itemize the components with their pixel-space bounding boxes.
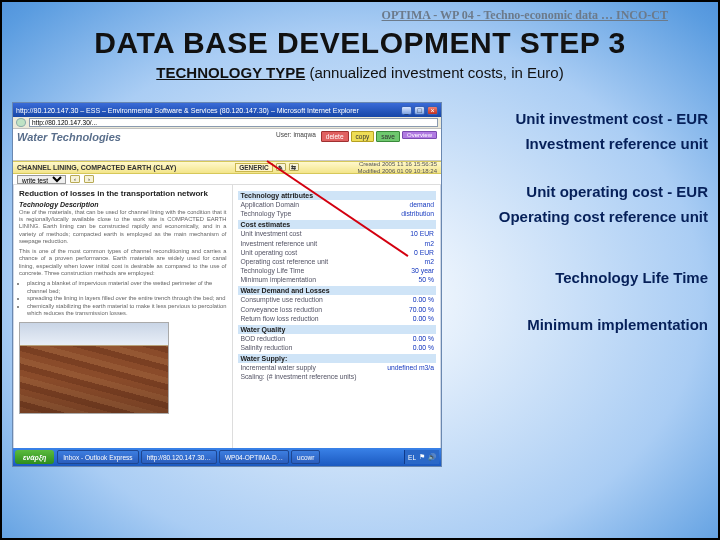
subtitle-label: TECHNOLOGY TYPE <box>156 64 305 81</box>
controls-row: write test ‹ › <box>13 174 441 185</box>
label-uic: Unit investment cost - EUR <box>463 110 708 127</box>
task-item-doc[interactable]: WP04-OPTIMA-D… <box>219 450 289 464</box>
h-ws: Water Supply: <box>238 354 436 363</box>
maximize-icon[interactable]: □ <box>414 106 425 115</box>
k-clr: Conveyance loss reduction <box>240 305 322 314</box>
label-iru: Investment reference unit <box>463 135 708 152</box>
k-iru: Investment reference unit <box>240 239 317 248</box>
v-uic: 10 EUR <box>410 229 434 238</box>
v-oru: m2 <box>425 257 434 266</box>
slide-subtitle: TECHNOLOGY TYPE (annualized investment c… <box>2 64 718 81</box>
label-min: Minimum implementation <box>463 316 708 333</box>
v-domain: demand <box>409 200 434 209</box>
close-icon[interactable]: × <box>427 106 438 115</box>
desc-p2: This is one of the most common types of … <box>19 248 226 277</box>
desc-li1: placing a blanket of impervious material… <box>27 280 226 295</box>
window-title: http://80.120.147.30 – ESS – Environment… <box>16 107 359 114</box>
k-sr: Salinity reduction <box>240 343 292 352</box>
v-clr: 70.00 % <box>409 305 434 314</box>
k-oru: Operating cost reference unit <box>240 257 328 266</box>
body-columns: Reduction of losses in the transportatio… <box>13 185 441 448</box>
k-iws: Incremental water supply <box>240 363 316 372</box>
k-min: Minimum implementation <box>240 275 316 284</box>
v-bod: 0.00 % <box>413 334 434 343</box>
h-wdl: Water Demand and Losses <box>238 286 436 295</box>
k-bod: BOD reduction <box>240 334 285 343</box>
v-life: 30 year <box>411 266 434 275</box>
task-item-outlook[interactable]: Inbox - Outlook Express <box>57 450 138 464</box>
tray-icon2[interactable]: 🔊 <box>428 453 436 461</box>
back-icon[interactable] <box>16 118 26 127</box>
h-cost: Cost estimates <box>238 220 436 229</box>
taskbar: ενάρξη Inbox - Outlook Express http://80… <box>13 448 441 466</box>
next-icon[interactable]: › <box>84 175 94 183</box>
overview-button[interactable]: Overview <box>402 131 437 139</box>
app-header: Water Technologies User: imaqwa delete c… <box>13 129 441 161</box>
v-type: distribution <box>401 209 434 218</box>
save-button[interactable]: save <box>376 131 400 142</box>
k-rfl: Return flow loss reduction <box>240 314 318 323</box>
k-scale: Scaling: (# investment reference units) <box>240 372 356 381</box>
desc-li3: chemically stabilizing the earth materia… <box>27 303 226 318</box>
k-domain: Application Domain <box>240 200 299 209</box>
label-uoc: Unit operating cost - EUR <box>463 183 708 200</box>
v-iru: m2 <box>425 239 434 248</box>
copy-button[interactable]: copy <box>351 131 375 142</box>
tag-generic: GENERIC <box>235 163 273 172</box>
user-label: User: imaqwa <box>276 131 319 138</box>
task-item-ie[interactable]: http://80.120.147.30… <box>141 450 217 464</box>
address-input[interactable] <box>29 118 438 127</box>
address-bar <box>13 117 441 129</box>
minimize-icon[interactable]: _ <box>401 106 412 115</box>
tray-icon[interactable]: ⚑ <box>419 453 425 461</box>
v-sr: 0.00 % <box>413 343 434 352</box>
k-uoc: Unit operating cost <box>240 248 297 257</box>
v-min: 50 % <box>419 275 435 284</box>
label-life: Technology Life Time <box>463 269 708 286</box>
channel-photo <box>19 322 169 414</box>
browser-window: http://80.120.147.30 – ESS – Environment… <box>12 102 442 467</box>
timestamps: Created 2005 11 16 15:56:35 Modified 200… <box>358 161 437 174</box>
right-column: Technology attributes Application Domain… <box>233 185 441 448</box>
icon-button-b[interactable]: ⇆ <box>289 163 299 171</box>
slide-title: DATA BASE DEVELOPMENT STEP 3 <box>2 26 718 60</box>
callout-labels: Unit investment cost - EUR Investment re… <box>463 110 708 334</box>
h-attributes: Technology attributes <box>238 191 436 200</box>
record-header: CHANNEL LINING, COMPACTED EARTH (CLAY) G… <box>13 161 441 174</box>
system-tray[interactable]: EL ⚑ 🔊 <box>404 450 439 464</box>
h-wq: Water Quality <box>238 325 436 334</box>
desc-li2: spreading the lining in layers filled ov… <box>27 295 226 303</box>
delete-button[interactable]: delete <box>321 131 349 142</box>
k-cur: Consumptive use reduction <box>240 295 322 304</box>
label-oru: Operating cost reference unit <box>463 208 708 225</box>
start-button[interactable]: ενάρξη <box>15 450 54 464</box>
slide: OPTIMA - WP 04 - Techno-economic data … … <box>0 0 720 540</box>
slide-header-meta: OPTIMA - WP 04 - Techno-economic data … … <box>382 8 668 23</box>
left-heading: Reduction of losses in the transportatio… <box>19 189 226 198</box>
k-uic: Unit investment cost <box>240 229 301 238</box>
v-cur: 0.00 % <box>413 295 434 304</box>
record-title: CHANNEL LINING, COMPACTED EARTH (CLAY) <box>17 164 176 171</box>
left-column: Reduction of losses in the transportatio… <box>13 185 233 448</box>
left-subheading: Technology Description <box>19 201 226 208</box>
prev-icon[interactable]: ‹ <box>70 175 80 183</box>
window-titlebar[interactable]: http://80.120.147.30 – ESS – Environment… <box>13 103 441 117</box>
task-item-ucowr[interactable]: ucowr <box>291 450 320 464</box>
v-rfl: 0.00 % <box>413 314 434 323</box>
tray-lang[interactable]: EL <box>408 454 416 461</box>
section-title: Water Technologies <box>17 131 121 143</box>
write-test-select[interactable]: write test <box>17 175 66 184</box>
k-type: Technology Type <box>240 209 291 218</box>
v-iws: undefined m3/a <box>387 363 434 372</box>
icon-button-a[interactable]: ✎ <box>276 163 286 171</box>
v-uoc: 0 EUR <box>414 248 434 257</box>
desc-p1: One of the materials, that can be used f… <box>19 209 226 245</box>
k-life: Technology Life Time <box>240 266 304 275</box>
subtitle-extra: (annualized investment costs, in Euro) <box>305 64 563 81</box>
